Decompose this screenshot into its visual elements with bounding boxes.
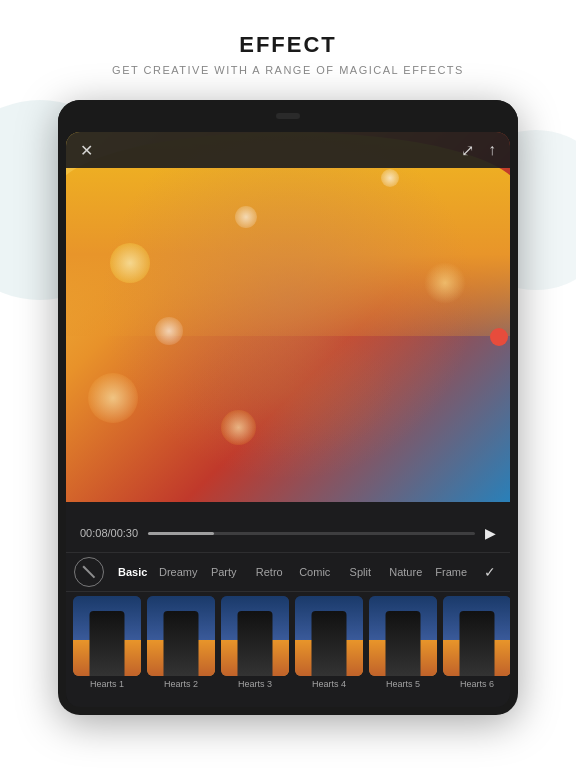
effect-item-2[interactable]: Hearts 2 <box>146 596 216 703</box>
effect-item-4[interactable]: Hearts 4 <box>294 596 364 703</box>
play-button[interactable]: ▶ <box>485 525 496 541</box>
tab-frame[interactable]: Frame <box>429 562 475 582</box>
close-icon[interactable]: ✕ <box>80 141 93 160</box>
timeline-progress <box>148 532 213 535</box>
share-icon[interactable]: ↑ <box>488 141 496 159</box>
tab-nature[interactable]: Nature <box>383 562 429 582</box>
figure-5 <box>386 611 421 676</box>
no-effect-button[interactable] <box>74 557 104 587</box>
bokeh-3 <box>88 373 138 423</box>
device-wrapper: ✕ ⤢ ↑ <box>0 90 576 715</box>
tablet-device: ✕ ⤢ ↑ <box>58 100 518 715</box>
effect-label-4: Hearts 4 <box>312 679 346 689</box>
no-effect-line <box>83 566 95 578</box>
timeline-track[interactable] <box>148 532 475 535</box>
portrait-overlay <box>66 132 510 502</box>
timeline-section: 00:08/00:30 ▶ <box>66 514 510 552</box>
tablet-camera <box>276 113 300 119</box>
effect-label-5: Hearts 5 <box>386 679 420 689</box>
page-subtitle: GET CREATIVE WITH A RANGE OF MAGICAL EFF… <box>0 64 576 76</box>
tab-basic[interactable]: Basic <box>110 562 156 582</box>
tab-dreamy[interactable]: Dreamy <box>156 562 202 582</box>
bokeh-7 <box>424 262 466 304</box>
effect-item-3[interactable]: Hearts 3 <box>220 596 290 703</box>
header-section: EFFECT GET CREATIVE WITH A RANGE OF MAGI… <box>0 0 576 90</box>
figure-3 <box>238 611 273 676</box>
tab-party[interactable]: Party <box>201 562 247 582</box>
effect-item-1[interactable]: Hearts 1 <box>72 596 142 703</box>
red-accent-dot <box>490 328 508 346</box>
bokeh-6 <box>381 169 399 187</box>
effect-item-6[interactable]: Hearts 6 <box>442 596 510 703</box>
effect-category-tabs: Basic Dreamy Party Retro Comic Split Nat… <box>66 552 510 592</box>
effect-label-1: Hearts 1 <box>90 679 124 689</box>
app-screen: ✕ ⤢ ↑ <box>66 132 510 707</box>
effect-thumb-img-2 <box>147 596 215 676</box>
effect-thumb-img-4 <box>295 596 363 676</box>
effect-label-3: Hearts 3 <box>238 679 272 689</box>
effect-thumb-img-5 <box>369 596 437 676</box>
tablet-top-bar <box>58 100 518 132</box>
ctrl-right-icons: ⤢ ↑ <box>461 141 496 160</box>
tab-retro[interactable]: Retro <box>247 562 293 582</box>
effect-label-6: Hearts 6 <box>460 679 494 689</box>
app-top-controls: ✕ ⤢ ↑ <box>66 132 510 168</box>
effect-label-2: Hearts 2 <box>164 679 198 689</box>
tab-split[interactable]: Split <box>338 562 384 582</box>
bokeh-5 <box>221 410 256 445</box>
effect-item-5[interactable]: Hearts 5 <box>368 596 438 703</box>
figure-1 <box>90 611 125 676</box>
confirm-check-icon[interactable]: ✓ <box>478 560 502 584</box>
figure-2 <box>164 611 199 676</box>
page-title: EFFECT <box>0 32 576 58</box>
effect-thumb-img-3 <box>221 596 289 676</box>
effect-thumb-img-6 <box>443 596 510 676</box>
bokeh-4 <box>235 206 257 228</box>
expand-icon[interactable]: ⤢ <box>461 141 474 160</box>
effect-thumb-img-1 <box>73 596 141 676</box>
figure-6 <box>460 611 495 676</box>
bokeh-2 <box>155 317 183 345</box>
tab-comic[interactable]: Comic <box>292 562 338 582</box>
main-video-area <box>66 132 510 502</box>
time-display: 00:08/00:30 <box>80 527 138 539</box>
figure-4 <box>312 611 347 676</box>
effects-grid: Hearts 1 Hearts 2 Hear <box>66 592 510 707</box>
